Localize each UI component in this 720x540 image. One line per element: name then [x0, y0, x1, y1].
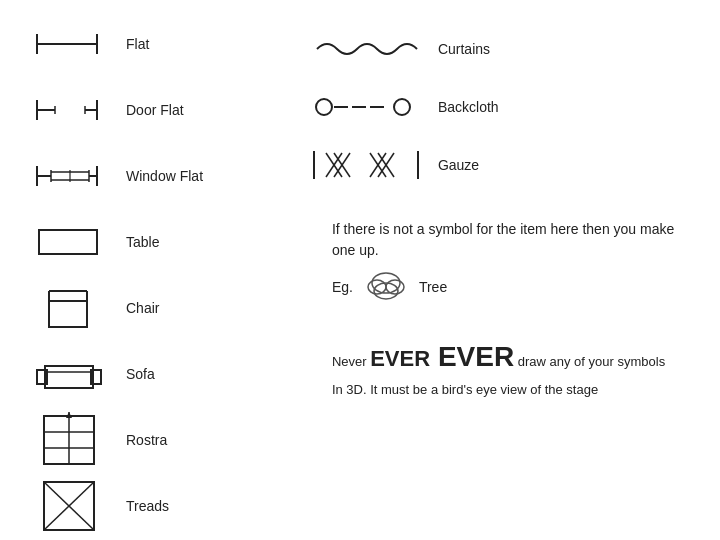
no-symbol-text: If there is not a symbol for the item he… [332, 219, 692, 261]
eg-label: Eg. [332, 277, 353, 298]
svg-rect-24 [45, 366, 93, 388]
chair-label: Chair [126, 300, 159, 316]
gauze-row: Gauze [312, 141, 710, 189]
window-flat-symbol [30, 162, 110, 190]
svg-point-53 [368, 280, 386, 294]
main-container: Flat Door Flat [0, 0, 720, 540]
eg-row: Eg. Tree [332, 269, 692, 305]
backcloth-symbol [312, 93, 422, 121]
tree-label: Tree [419, 277, 447, 298]
never-ever-big: EVER [430, 341, 514, 372]
flat-row: Flat [30, 20, 302, 68]
sofa-row: Sofa [30, 350, 302, 398]
rostra-symbol [30, 412, 110, 468]
table-label: Table [126, 234, 159, 250]
svg-point-37 [316, 99, 332, 115]
never-box: Never EVER EVER draw any of your symbols… [312, 335, 702, 401]
svg-point-54 [386, 280, 404, 294]
flat-symbol [30, 30, 110, 58]
gauze-symbol [312, 149, 422, 181]
backcloth-label: Backcloth [438, 99, 499, 115]
svg-point-41 [394, 99, 410, 115]
backcloth-row: Backcloth [312, 83, 710, 131]
chair-symbol [30, 287, 110, 329]
sofa-label: Sofa [126, 366, 155, 382]
rostra-label: Rostra [126, 432, 167, 448]
chair-row: Chair [30, 284, 302, 332]
no-symbol-note: If there is not a symbol for the item he… [312, 219, 692, 305]
never-start: Never [332, 354, 370, 369]
treads-symbol [30, 478, 110, 534]
svg-rect-19 [49, 301, 87, 327]
curtains-row: Curtains [312, 25, 710, 73]
gauze-label: Gauze [438, 157, 479, 173]
treads-row: Treads [30, 482, 302, 530]
window-flat-label: Window Flat [126, 168, 203, 184]
tree-icon [361, 269, 411, 305]
flat-label: Flat [126, 36, 149, 52]
curtains-label: Curtains [438, 41, 490, 57]
svg-rect-18 [39, 230, 97, 254]
right-column: Curtains Backcloth [302, 20, 710, 520]
never-line1: Never EVER EVER draw any of your symbols [332, 335, 702, 380]
left-column: Flat Door Flat [10, 20, 302, 520]
never-ever-small: EVER [370, 346, 430, 371]
curtains-symbol [312, 35, 422, 63]
table-symbol [30, 224, 110, 260]
door-flat-row: Door Flat [30, 86, 302, 134]
window-flat-row: Window Flat [30, 152, 302, 200]
door-flat-label: Door Flat [126, 102, 184, 118]
treads-label: Treads [126, 498, 169, 514]
right-symbols-list: Curtains Backcloth [312, 20, 710, 189]
never-line2: In 3D. It must be a bird's eye view of t… [332, 380, 702, 401]
rostra-row: Rostra [30, 416, 302, 464]
sofa-symbol [30, 356, 110, 392]
door-flat-symbol [30, 96, 110, 124]
never-end: draw any of your symbols [514, 354, 665, 369]
table-row: Table [30, 218, 302, 266]
